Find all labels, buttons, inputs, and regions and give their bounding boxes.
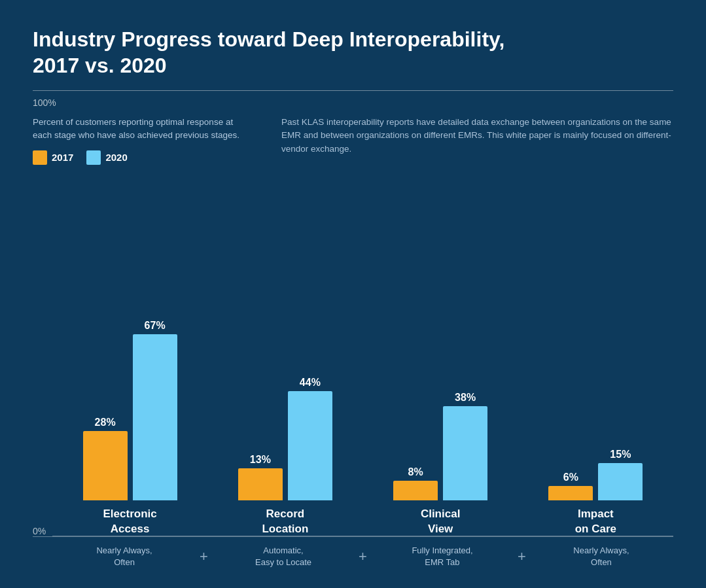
bar-2017-record-location: 13% xyxy=(238,454,283,500)
plus-sign-1: + xyxy=(355,548,370,565)
bar-value-2017-electronic-access: 28% xyxy=(95,417,116,428)
bar-2017-impact-on-care: 6% xyxy=(548,472,593,501)
bar-value-2020-impact-on-care: 15% xyxy=(610,449,631,460)
legend-2017: 2017 xyxy=(33,150,73,165)
chart-title: Industry Progress toward Deep Interopera… xyxy=(33,26,673,78)
bar-rect-2020-impact-on-care xyxy=(598,463,643,500)
bottom-label-impact-on-care: Nearly Always,Often xyxy=(529,545,673,568)
bars-pair-impact-on-care: 6% 15% xyxy=(548,449,643,500)
bottom-labels-row: Nearly Always,Often+Automatic,Easy to Lo… xyxy=(33,537,673,568)
bar-rect-2020-record-location xyxy=(288,391,332,500)
bar-value-2020-record-location: 44% xyxy=(300,377,321,389)
bars-section: 0% 28% 67% ElectronicAccess 13% xyxy=(33,178,673,536)
legend-right: Past KLAS interoperability reports have … xyxy=(281,116,673,165)
bar-rect-2017-impact-on-care xyxy=(548,486,593,501)
bar-2017-electronic-access: 28% xyxy=(83,417,128,500)
bar-rect-2017-clinical-view xyxy=(393,481,438,500)
bar-value-2020-electronic-access: 67% xyxy=(145,320,166,332)
bottom-label-text-record-location: Automatic,Easy to Locate xyxy=(255,545,311,568)
group-label-impact-on-care: Impacton Care xyxy=(575,507,616,536)
chart-container: Industry Progress toward Deep Interopera… xyxy=(0,0,706,588)
bars-pair-electronic-access: 28% 67% xyxy=(83,320,177,501)
top-axis-line xyxy=(33,90,673,91)
bar-2020-record-location: 44% xyxy=(288,377,332,500)
bar-rect-2020-electronic-access xyxy=(133,334,177,501)
zero-line xyxy=(52,536,673,536)
bottom-label-clinical-view: Fully Integrated,EMR Tab xyxy=(370,545,514,568)
legend-box-orange xyxy=(33,150,47,165)
bar-rect-2017-electronic-access xyxy=(83,431,128,500)
bars-wrapper: 28% 67% ElectronicAccess 13% 44% xyxy=(52,288,673,536)
y-axis-top-label: 100% xyxy=(33,97,673,108)
legend-left: Percent of customers reporting optimal r… xyxy=(33,116,242,165)
bar-rect-2017-record-location xyxy=(238,468,283,500)
legend-2020-label: 2020 xyxy=(105,152,127,163)
chart-area: 0% 28% 67% ElectronicAccess 13% xyxy=(33,178,673,569)
bars-pair-clinical-view: 8% 38% xyxy=(393,392,487,500)
bar-group-record-location: 13% 44% RecordLocation xyxy=(223,377,347,536)
bar-value-2017-clinical-view: 8% xyxy=(408,466,423,478)
bar-group-electronic-access: 28% 67% ElectronicAccess xyxy=(68,320,192,536)
bottom-label-text-clinical-view: Fully Integrated,EMR Tab xyxy=(412,545,472,568)
bar-2020-electronic-access: 67% xyxy=(133,320,177,501)
y-axis-bottom-label: 0% xyxy=(33,526,46,536)
bar-rect-2020-clinical-view xyxy=(443,406,487,500)
bottom-labels-section: Nearly Always,Often+Automatic,Easy to Lo… xyxy=(33,536,673,568)
bar-value-2017-record-location: 13% xyxy=(250,454,271,466)
legend-2020: 2020 xyxy=(86,150,127,165)
bar-group-impact-on-care: 6% 15% Impacton Care xyxy=(533,449,658,536)
legend-box-blue xyxy=(86,150,101,165)
group-label-record-location: RecordLocation xyxy=(262,507,308,536)
group-label-clinical-view: ClinicalView xyxy=(421,507,460,536)
bars-pair-record-location: 13% 44% xyxy=(238,377,332,500)
bottom-label-text-impact-on-care: Nearly Always,Often xyxy=(573,545,629,568)
plus-sign-2: + xyxy=(514,548,529,565)
bar-2020-clinical-view: 38% xyxy=(443,392,487,500)
bottom-label-record-location: Automatic,Easy to Locate xyxy=(211,545,355,568)
plus-sign-0: + xyxy=(196,548,211,565)
legend-description-row: Percent of customers reporting optimal r… xyxy=(33,116,673,165)
bar-value-2017-impact-on-care: 6% xyxy=(563,472,578,483)
group-label-electronic-access: ElectronicAccess xyxy=(103,507,157,536)
bar-value-2020-clinical-view: 38% xyxy=(455,392,476,404)
bottom-label-text-electronic-access: Nearly Always,Often xyxy=(96,545,152,568)
legend-right-text: Past KLAS interoperability reports have … xyxy=(281,116,673,156)
legend-description-text: Percent of customers reporting optimal r… xyxy=(33,116,242,143)
legend-row: 2017 2020 xyxy=(33,150,242,165)
bar-2017-clinical-view: 8% xyxy=(393,466,438,500)
bottom-label-electronic-access: Nearly Always,Often xyxy=(52,545,196,568)
bar-2020-impact-on-care: 15% xyxy=(598,449,643,500)
bar-group-clinical-view: 8% 38% ClinicalView xyxy=(378,392,503,536)
legend-2017-label: 2017 xyxy=(52,152,73,163)
